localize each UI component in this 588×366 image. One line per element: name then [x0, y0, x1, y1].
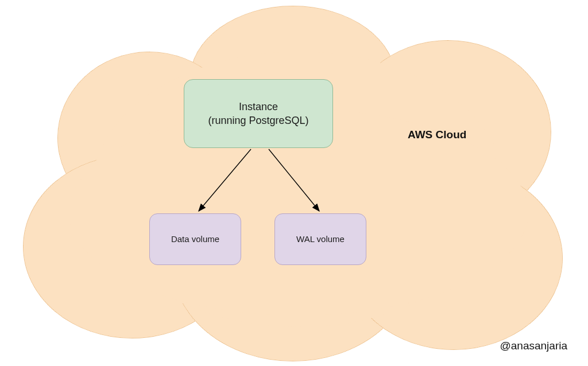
cloud-shape: [23, 6, 563, 350]
cloud-label: AWS Cloud: [408, 129, 466, 141]
instance-line2: (running PostgreSQL): [208, 114, 308, 127]
wal-volume-label: WAL volume: [296, 233, 345, 245]
instance-node: Instance (running PostgreSQL): [184, 79, 333, 148]
attribution-label: @anasanjaria: [500, 340, 567, 352]
data-volume-node: Data volume: [149, 213, 241, 265]
data-volume-label: Data volume: [171, 233, 219, 245]
wal-volume-node: WAL volume: [274, 213, 366, 265]
instance-line1: Instance: [239, 100, 278, 114]
diagram-canvas: AWS Cloud Instance (running PostgreSQL) …: [0, 0, 588, 366]
